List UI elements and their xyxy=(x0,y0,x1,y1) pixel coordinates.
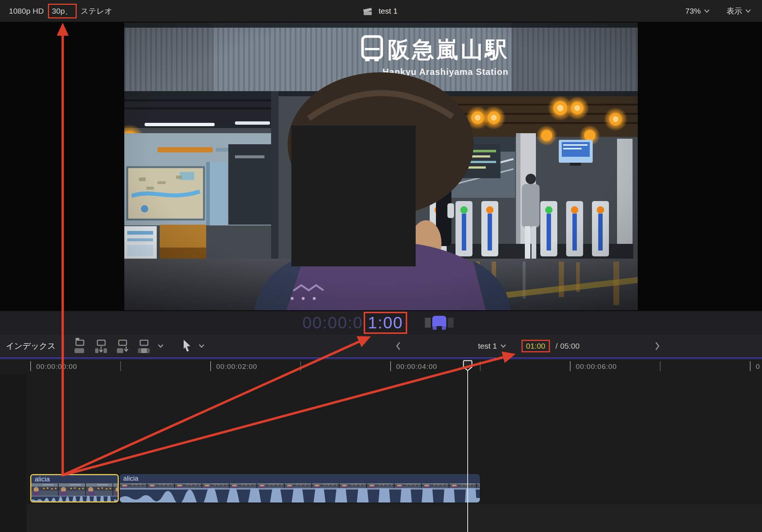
elapsed-value: 01:00 xyxy=(526,342,545,350)
ruler-label: 00:00:00:00 xyxy=(36,363,77,371)
dashboard-strip: 00:00:0 1:00 xyxy=(0,311,762,335)
clip-audio-waveform xyxy=(120,488,480,502)
chevron-down-icon xyxy=(704,9,710,13)
overwrite-clip-button[interactable] xyxy=(136,338,151,354)
zoom-level-dropdown[interactable]: 73% xyxy=(685,7,710,15)
insert-clip-button[interactable] xyxy=(94,338,108,354)
ruler-label: 00:00:04:00 xyxy=(396,363,437,371)
append-clip-button[interactable] xyxy=(115,338,130,354)
ruler-tick xyxy=(750,361,751,371)
chevron-left-icon xyxy=(395,342,401,350)
ruler-tick xyxy=(210,361,211,371)
view-dropdown[interactable]: 表示 xyxy=(727,6,751,16)
insert-clip-icon xyxy=(94,338,108,354)
top-bar-right: 73% 表示 xyxy=(685,0,751,22)
edit-options-dropdown[interactable] xyxy=(158,344,163,348)
elapsed-annotation-box: 01:00 xyxy=(522,340,550,352)
project-title: test 1 xyxy=(378,7,397,15)
timecode-annotation-box: 1:00 xyxy=(364,312,407,334)
timeline-lower-area xyxy=(27,504,762,532)
view-menu-label: 表示 xyxy=(727,6,742,16)
tool-dropdown[interactable] xyxy=(199,344,204,348)
previous-item-button[interactable] xyxy=(395,335,401,357)
timeline-clip[interactable]: alicia xyxy=(120,474,480,502)
next-item-button[interactable] xyxy=(655,335,660,357)
chevron-right-icon xyxy=(655,342,660,350)
nav-project-title: test 1 xyxy=(478,342,497,350)
project-header: test 1 xyxy=(362,0,397,22)
fcp-window: 1080p HD 30p、 ステレオ test 1 73% 表示 xyxy=(0,0,762,532)
ruler-tick-minor xyxy=(300,361,301,371)
ruler-tick xyxy=(390,361,391,371)
chevron-down-icon xyxy=(501,344,506,348)
chevron-down-icon xyxy=(158,344,163,348)
clip-name: alicia xyxy=(120,474,480,483)
index-label: インデックス xyxy=(6,341,56,352)
connect-clip-button[interactable] xyxy=(72,338,87,354)
clip-audio-waveform xyxy=(31,496,118,501)
ruler-tick-minor xyxy=(480,361,481,371)
overwrite-clip-icon xyxy=(136,338,151,354)
video-frame: 阪急嵐山駅 Hankyu Arashiyama Station xyxy=(124,23,638,310)
ruler-tick xyxy=(30,361,31,371)
ruler-tick xyxy=(570,361,571,371)
clapperboard-icon xyxy=(362,7,373,15)
timeline-panel[interactable]: alicia xyxy=(0,374,762,532)
playhead-handle[interactable] xyxy=(463,360,472,373)
timeline-left-margin xyxy=(0,374,27,532)
time-separator: / xyxy=(555,342,558,350)
playhead-icon xyxy=(463,360,472,371)
timecode-display[interactable]: 00:00:0 1:00 xyxy=(302,311,407,335)
select-tool-button[interactable] xyxy=(181,339,192,353)
viewer-panel: 阪急嵐山駅 Hankyu Arashiyama Station xyxy=(0,22,762,311)
top-bar: 1080p HD 30p、 ステレオ test 1 73% 表示 xyxy=(0,0,762,22)
elapsed-time[interactable]: 01:00 xyxy=(522,335,550,357)
timeline-toolbar: インデックス xyxy=(0,335,762,357)
clip-filmstrip xyxy=(120,483,480,488)
ruler-label: 00:00:06:00 xyxy=(576,363,617,371)
select-tool-icon xyxy=(181,339,192,353)
timeline-clip-selected[interactable]: alicia xyxy=(30,474,119,502)
resolution-label: 1080p HD xyxy=(9,7,44,15)
duration-value: 05:00 xyxy=(560,342,580,350)
ruler-label: 00:00:02:00 xyxy=(216,363,257,371)
filmstrip-icon xyxy=(425,315,454,332)
ruler-tick-minor xyxy=(660,361,661,371)
project-dropdown[interactable]: test 1 xyxy=(478,335,506,357)
video-scene: 阪急嵐山駅 Hankyu Arashiyama Station xyxy=(124,23,638,310)
duration-display: / 05:00 xyxy=(555,335,579,357)
ruler-label-partial: 0 xyxy=(756,363,760,371)
clip-name: alicia xyxy=(31,475,118,483)
framerate-label: 30p、 xyxy=(52,7,73,15)
timecode-highlight-part: 1:00 xyxy=(368,313,403,332)
format-info: 1080p HD 30p、 ステレオ xyxy=(9,0,112,22)
chevron-down-icon xyxy=(199,344,204,348)
timecode-dim-part: 00:00:0 xyxy=(302,313,363,332)
index-button[interactable]: インデックス xyxy=(6,335,56,357)
edit-tools xyxy=(72,335,204,357)
timeline-ruler[interactable]: 00:00:00:00 00:00:02:00 00:00:04:00 00:0… xyxy=(0,359,762,374)
ruler-tick-minor xyxy=(120,361,121,371)
zoom-level-value: 73% xyxy=(685,7,701,15)
connect-clip-icon xyxy=(72,338,87,354)
clip-filmstrip xyxy=(31,483,118,496)
append-clip-icon xyxy=(115,338,130,354)
chevron-down-icon xyxy=(745,9,751,13)
audio-format-label: ステレオ xyxy=(81,6,112,16)
playhead-line[interactable] xyxy=(467,370,468,532)
framerate-annotation-box: 30p、 xyxy=(48,4,77,18)
